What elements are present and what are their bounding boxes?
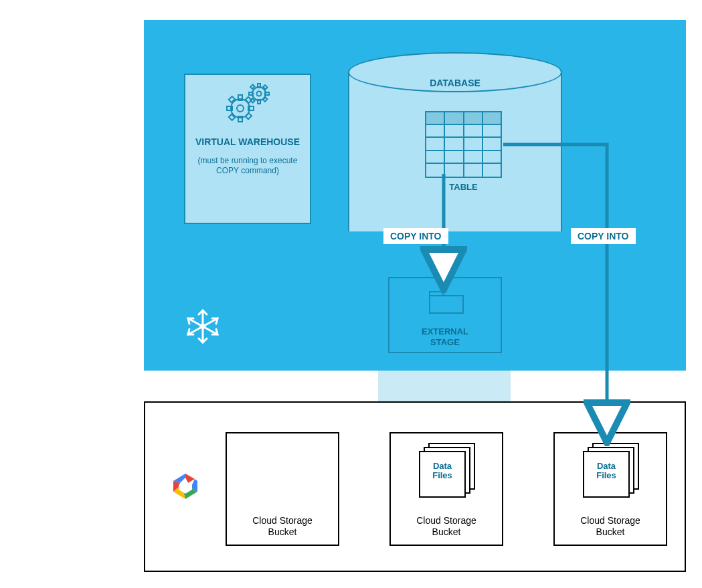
copy-into-label-right: COPY INTO <box>571 228 636 244</box>
cloud-bucket-1: Cloud Storage Bucket <box>226 432 339 546</box>
bucket-label-line1: Cloud Storage <box>416 515 476 526</box>
data-files-line1: Data <box>433 461 452 471</box>
data-files-line2: Files <box>432 470 452 480</box>
svg-rect-18 <box>250 98 254 102</box>
folder-icon <box>428 289 464 316</box>
bucket-label-line1: Cloud Storage <box>252 515 313 526</box>
svg-rect-13 <box>258 100 260 104</box>
svg-rect-12 <box>258 84 260 88</box>
bucket-label-line2: Bucket <box>596 526 625 537</box>
table-label: TABLE <box>425 182 502 192</box>
bucket-label-line2: Bucket <box>432 526 461 537</box>
svg-rect-14 <box>249 92 253 95</box>
svg-rect-16 <box>250 84 254 88</box>
snowflake-icon <box>184 308 222 345</box>
svg-point-1 <box>237 105 244 112</box>
virtual-warehouse-note: (must be running to execute COPY command… <box>193 156 302 177</box>
cloud-bucket-3: Data Files Cloud Storage Bucket <box>553 432 667 546</box>
external-stage-label-line1: EXTERNAL <box>422 326 468 336</box>
google-cloud-icon <box>165 470 205 503</box>
gears-icon <box>224 82 274 127</box>
data-files-stack: Data Files <box>419 443 475 498</box>
virtual-warehouse-title: VIRTUAL WAREHOUSE <box>193 136 302 148</box>
table-grid <box>425 111 502 178</box>
cloud-bucket-1-label: Cloud Storage Bucket <box>227 515 338 538</box>
copy-into-label-left: COPY INTO <box>383 228 448 244</box>
svg-rect-7 <box>246 113 252 119</box>
bucket-label-line2: Bucket <box>268 526 297 537</box>
virtual-warehouse-box: VIRTUAL WAREHOUSE (must be running to ex… <box>184 74 311 224</box>
external-stage-label-line2: STAGE <box>430 337 460 347</box>
svg-rect-15 <box>265 92 269 95</box>
data-files-line1: Data <box>597 461 616 471</box>
cloud-bucket-2: Data Files Cloud Storage Bucket <box>389 432 503 546</box>
data-files-line2: Files <box>596 470 616 480</box>
bucket-label-line1: Cloud Storage <box>580 515 640 526</box>
external-stage-box: EXTERNAL STAGE <box>388 277 502 353</box>
svg-marker-23 <box>199 322 206 330</box>
cloud-region: Cloud Storage Bucket Data Files Cloud St… <box>144 401 686 572</box>
database-label: DATABASE <box>348 78 562 88</box>
database-cylinder: DATABASE TABLE <box>348 52 562 231</box>
data-files-stack: Data Files <box>583 443 639 498</box>
external-stage-label: EXTERNAL STAGE <box>389 326 501 347</box>
svg-point-11 <box>257 92 262 96</box>
cloud-bucket-3-label: Cloud Storage Bucket <box>555 515 666 538</box>
cloud-bucket-2-label: Cloud Storage Bucket <box>391 515 502 538</box>
